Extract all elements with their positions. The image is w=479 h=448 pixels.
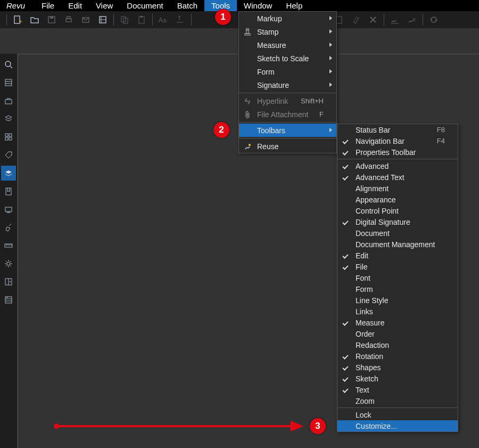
toolchest-icon[interactable] [96, 13, 110, 27]
ruler-icon[interactable] [1, 238, 16, 253]
toolbars-menu-control-point[interactable]: Control Point [337, 205, 458, 216]
menu-window[interactable]: Window [237, 0, 279, 11]
svg-rect-35 [6, 188, 11, 195]
toolbars-menu-alignment[interactable]: Alignment [337, 183, 458, 194]
search-icon[interactable] [1, 57, 16, 72]
toolbars-menu-customize-[interactable]: Customize... [337, 420, 458, 431]
toolbars-menu-properties-toolbar[interactable]: Properties Toolbar [337, 146, 458, 158]
svg-rect-31 [5, 134, 8, 136]
tools-menu-signature[interactable]: Signature [239, 78, 336, 92]
toolbars-menu-line-style[interactable]: Line Style [337, 295, 458, 306]
menu-item-label: Appearance [356, 196, 396, 204]
tools-menu-file-attachment[interactable]: File AttachmentF [239, 108, 336, 121]
svg-point-45 [7, 262, 10, 265]
sign-erase-icon[interactable] [405, 13, 419, 27]
bookmark-icon[interactable] [1, 184, 16, 199]
tools-menu-toolbars[interactable]: Toolbars [239, 124, 336, 137]
toolbox-icon[interactable] [1, 93, 16, 108]
chevron-right-icon [329, 16, 332, 20]
copy-icon[interactable] [118, 13, 131, 27]
menu-item-label: Signature [257, 81, 289, 89]
menu-document[interactable]: Document [120, 0, 170, 11]
menu-shortcut: F [310, 110, 324, 118]
textbox-icon[interactable]: T [174, 13, 187, 27]
reuse-icon [242, 141, 253, 152]
tag-icon[interactable] [1, 148, 16, 162]
toolbars-menu-font[interactable]: Font [337, 272, 458, 283]
menu-item-label: Line Style [356, 296, 388, 305]
menu-item-label: Stamp [257, 28, 278, 36]
toolbars-menu-shapes[interactable]: Shapes [337, 362, 458, 373]
toolbars-menu-sketch[interactable]: Sketch [337, 373, 458, 384]
tools-menu-stamp[interactable]: Stamp [239, 25, 336, 38]
tools-menu-markup[interactable]: Markup [239, 12, 336, 25]
gear-icon[interactable] [1, 256, 16, 271]
toolbars-menu-advanced[interactable]: Advanced [337, 160, 458, 172]
toolbars-menu-digital-signature[interactable]: Digital Signature [337, 216, 458, 227]
svg-line-39 [9, 224, 11, 226]
close-icon[interactable] [366, 13, 380, 27]
new-doc-icon[interactable]: + [11, 13, 24, 27]
menu-item-label: Measure [257, 41, 286, 50]
tools-menu-sketch-to-scale[interactable]: Sketch to Scale [239, 52, 336, 65]
menu-item-label: Advanced Text [356, 173, 404, 182]
toolbars-menu-document[interactable]: Document [337, 227, 458, 239]
toolbars-menu-navigation-bar[interactable]: Navigation BarF4 [337, 135, 458, 146]
left-panel-rail [0, 54, 17, 448]
toolbars-menu-form[interactable]: Form [337, 283, 458, 295]
svg-rect-30 [5, 100, 12, 104]
toolbars-menu-appearance[interactable]: Appearance [337, 194, 458, 205]
stack-icon[interactable] [1, 292, 16, 307]
menu-item-label: Navigation Bar [356, 137, 404, 145]
pen-tool-icon[interactable] [1, 220, 16, 235]
toolbar-separator [191, 14, 192, 26]
print-icon[interactable] [62, 13, 76, 27]
highlight-icon[interactable] [349, 13, 363, 27]
text-tool-icon[interactable]: AB [156, 13, 170, 27]
tools-menu-measure[interactable]: Measure [239, 38, 336, 52]
menu-help[interactable]: Help [279, 0, 309, 11]
menu-batch[interactable]: Batch [170, 0, 204, 11]
svg-rect-4 [66, 19, 71, 22]
open-folder-icon[interactable] [28, 13, 42, 27]
toolbars-menu-measure[interactable]: Measure [337, 317, 458, 328]
toolbars-menu-order[interactable]: Order [337, 328, 458, 339]
menu-file[interactable]: File [35, 0, 61, 11]
toolbars-menu-file[interactable]: File [337, 261, 458, 272]
menu-item-label: Alignment [356, 184, 389, 193]
tools-menu-form[interactable]: Form [239, 65, 336, 78]
toolbars-menu-status-bar[interactable]: Status BarF8 [337, 124, 458, 135]
svg-point-54 [249, 144, 251, 146]
toolbars-menu-document-management[interactable]: Document Management [337, 239, 458, 250]
toolbars-menu-rotation[interactable]: Rotation [337, 351, 458, 362]
tools-menu-reuse[interactable]: Reuse [239, 140, 336, 153]
menu-item-label: Order [356, 330, 375, 338]
toolbars-menu-links[interactable]: Links [337, 306, 458, 317]
tools-menu-hyperlink[interactable]: HyperlinkShift+H [239, 94, 336, 108]
toolbars-menu-lock[interactable]: Lock [337, 409, 458, 420]
thumbnails-icon[interactable] [1, 75, 16, 90]
menu-revu[interactable]: Revu [4, 0, 35, 11]
svg-rect-27 [5, 79, 12, 86]
menu-edit[interactable]: Edit [61, 0, 89, 11]
toolbars-menu-zoom[interactable]: Zoom [337, 395, 458, 406]
paste-icon[interactable] [135, 13, 148, 27]
check-icon [342, 138, 350, 145]
arrow-line [56, 425, 292, 427]
menu-item-label: Markup [257, 14, 282, 23]
toolbars-menu-text[interactable]: Text [337, 384, 458, 395]
layers-icon[interactable] [1, 166, 16, 181]
sets-icon[interactable] [1, 111, 16, 126]
sync-icon[interactable] [427, 13, 441, 27]
save-icon[interactable] [45, 13, 59, 27]
signature-icon[interactable] [388, 13, 402, 27]
toolbars-menu-advanced-text[interactable]: Advanced Text [337, 172, 458, 183]
email-icon[interactable] [79, 13, 93, 27]
grid-icon[interactable] [1, 129, 16, 144]
toolbars-menu-edit[interactable]: Edit [337, 250, 458, 261]
menu-item-label: Control Point [356, 207, 399, 215]
panel-icon[interactable] [1, 274, 16, 289]
toolbars-menu-redaction[interactable]: Redaction [337, 339, 458, 351]
menu-view[interactable]: View [89, 0, 120, 11]
studio-icon[interactable] [1, 202, 16, 217]
